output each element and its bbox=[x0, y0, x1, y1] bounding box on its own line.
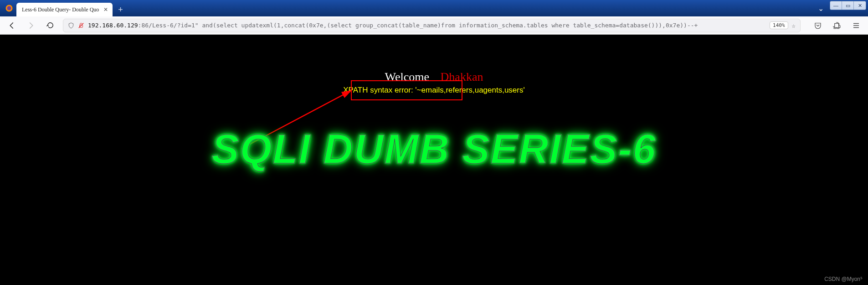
tab-title: Less-6 Double Query- Double Quo bbox=[22, 6, 99, 13]
welcome-name: Dhakkan bbox=[441, 70, 483, 83]
forward-button[interactable] bbox=[25, 19, 37, 32]
insecure-lock-icon bbox=[78, 22, 84, 29]
url-host: 192.168.60.129 bbox=[88, 22, 138, 29]
back-button[interactable] bbox=[5, 19, 18, 32]
url-text: 192.168.60.129:86/Less-6/?id=1" and(sele… bbox=[88, 22, 766, 29]
maximize-button[interactable]: ▭ bbox=[842, 1, 854, 10]
error-tables: emails,referers,uagents,users bbox=[421, 86, 524, 94]
welcome-line: Welcome Dhakkan bbox=[0, 70, 868, 84]
toolbar-right bbox=[812, 19, 863, 32]
new-tab-button[interactable]: + bbox=[113, 5, 128, 15]
titlebar-left: Less-6 Double Query- Double Quo ✕ + bbox=[0, 0, 128, 16]
zoom-level-badge[interactable]: 140% bbox=[770, 21, 788, 29]
save-to-pocket-icon[interactable] bbox=[812, 19, 824, 32]
error-suffix: ' bbox=[523, 86, 524, 94]
browser-toolbar: 192.168.60.129:86/Less-6/?id=1" and(sele… bbox=[0, 16, 868, 35]
xpath-error-line: XPATH syntax error: '~emails,referers,ua… bbox=[0, 86, 868, 95]
svg-rect-4 bbox=[835, 23, 839, 27]
bookmark-star-icon[interactable]: ☆ bbox=[792, 22, 796, 29]
titlebar-dropdown-icon[interactable]: ⌄ bbox=[812, 0, 830, 16]
page-title-banner: SQLI DUMB SERIES-6 bbox=[0, 126, 868, 173]
browser-tab[interactable]: Less-6 Double Query- Double Quo ✕ bbox=[16, 3, 113, 16]
close-tab-icon[interactable]: ✕ bbox=[103, 6, 108, 13]
titlebar-spacer bbox=[128, 0, 812, 16]
error-prefix: XPATH syntax error: '~ bbox=[343, 86, 421, 94]
welcome-text: Welcome bbox=[385, 70, 430, 83]
app-menu-icon[interactable] bbox=[850, 19, 863, 32]
url-path: :86/Less-6/?id=1" and(select updatexml(1… bbox=[138, 22, 698, 29]
close-window-button[interactable]: ✕ bbox=[854, 1, 866, 10]
reload-button[interactable] bbox=[44, 19, 56, 32]
window-titlebar: Less-6 Double Query- Double Quo ✕ + ⌄ — … bbox=[0, 0, 868, 16]
url-bar[interactable]: 192.168.60.129:86/Less-6/?id=1" and(sele… bbox=[63, 19, 801, 32]
firefox-icon bbox=[5, 4, 14, 13]
watermark: CSDN @Myon⁵ bbox=[824, 276, 863, 282]
minimize-button[interactable]: — bbox=[830, 1, 842, 10]
svg-point-1 bbox=[7, 6, 11, 10]
shield-icon bbox=[68, 22, 74, 29]
page-content: Welcome Dhakkan XPATH syntax error: '~em… bbox=[0, 35, 868, 285]
extensions-icon[interactable] bbox=[831, 19, 843, 32]
window-controls: — ▭ ✕ bbox=[830, 1, 866, 10]
